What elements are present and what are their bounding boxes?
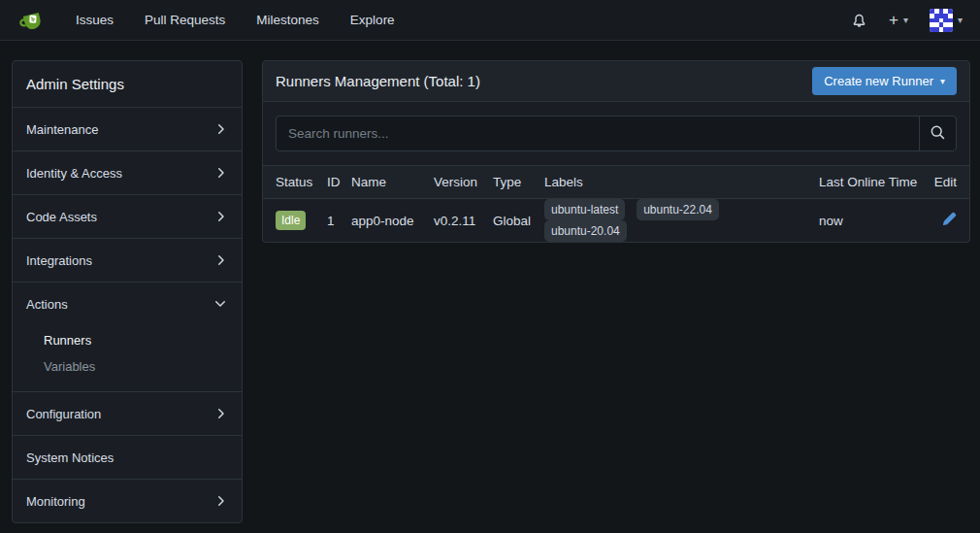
search-box (276, 116, 957, 151)
runners-management-panel: Runners Management (Total: 1) Create new… (262, 60, 970, 243)
chevron-right-icon (212, 406, 228, 421)
runner-row: Idle 1 app0-node v0.2.11 Global ubuntu-l… (263, 199, 969, 242)
label-chip: ubuntu-20.04 (544, 220, 627, 242)
caret-down-icon: ▾ (903, 16, 908, 25)
actions-sub-list: Runners Variables (13, 325, 242, 391)
pencil-icon (942, 212, 957, 229)
nav-link-explore[interactable]: Explore (335, 13, 410, 27)
nav-link-milestones[interactable]: Milestones (241, 13, 335, 27)
column-header-last-online-time: Last Online Time (811, 166, 926, 199)
chevron-down-icon (212, 296, 228, 312)
admin-settings-sidebar: Admin Settings Maintenance Identity & Ac… (12, 60, 243, 523)
status-badge: Idle (276, 211, 306, 230)
sidebar-item-code-assets[interactable]: Code Assets (13, 194, 242, 238)
page-body: Admin Settings Maintenance Identity & Ac… (0, 41, 980, 523)
nav-link-issues[interactable]: Issues (60, 13, 129, 27)
table-header-row: Status ID Name Version Type Labels Last … (263, 166, 969, 199)
search-button[interactable] (919, 117, 956, 150)
column-header-version: Version (426, 166, 485, 199)
column-header-status: Status (263, 166, 319, 199)
runner-version: v0.2.11 (426, 199, 485, 242)
label-chip: ubuntu-latest (544, 199, 625, 220)
runner-id: 1 (319, 199, 343, 242)
caret-down-icon: ▾ (958, 16, 963, 25)
panel-header: Runners Management (Total: 1) Create new… (262, 60, 970, 102)
sidebar-item-monitoring[interactable]: Monitoring (13, 479, 242, 522)
sidebar-item-label: System Notices (26, 450, 114, 465)
chevron-right-icon (212, 493, 228, 509)
runner-last-online: now (811, 199, 926, 242)
top-navbar: Issues Pull Requests Milestones Explore … (0, 0, 980, 41)
sidebar-item-label: Code Assets (26, 210, 97, 224)
runners-table: Status ID Name Version Type Labels Last … (262, 166, 970, 243)
runner-type: Global (485, 199, 537, 242)
create-new-runner-button[interactable]: Create new Runner ▾ (812, 67, 957, 95)
chevron-right-icon (212, 252, 228, 268)
sidebar-item-label: Actions (26, 297, 68, 312)
sidebar-title: Admin Settings (13, 61, 242, 107)
edit-runner-button[interactable] (942, 212, 957, 229)
sidebar-item-label: Maintenance (26, 122, 98, 137)
sidebar-item-runners[interactable]: Runners (13, 327, 242, 353)
sidebar-item-integrations[interactable]: Integrations (13, 238, 242, 282)
avatar (930, 9, 953, 32)
plus-icon: + (889, 12, 898, 28)
navbar-right: + ▾ ▾ (851, 9, 963, 32)
sidebar-item-variables[interactable]: Variables (13, 353, 242, 380)
caret-down-icon: ▾ (940, 77, 945, 86)
search-icon (930, 124, 946, 144)
page-title: Runners Management (Total: 1) (276, 73, 480, 89)
sidebar-item-maintenance[interactable]: Maintenance (13, 107, 242, 150)
user-menu[interactable]: ▾ (930, 9, 963, 32)
sidebar-item-identity-access[interactable]: Identity & Access (13, 150, 242, 194)
chevron-right-icon (212, 121, 228, 137)
create-new-runner-label: Create new Runner (824, 74, 933, 88)
nav-link-pull-requests[interactable]: Pull Requests (129, 13, 241, 27)
column-header-name: Name (343, 166, 426, 199)
notifications-bell-icon[interactable] (851, 12, 867, 28)
chevron-right-icon (212, 165, 228, 181)
column-header-labels: Labels (537, 166, 811, 199)
sidebar-item-label: Identity & Access (26, 166, 122, 181)
gitea-logo-icon[interactable] (17, 6, 47, 35)
search-runners-input[interactable] (277, 117, 919, 150)
label-chip: ubuntu-22.04 (637, 199, 719, 220)
sidebar-item-actions[interactable]: Actions (13, 282, 242, 325)
sidebar-item-configuration[interactable]: Configuration (13, 391, 242, 435)
column-header-edit: Edit (926, 166, 969, 199)
chevron-right-icon (212, 209, 228, 224)
sidebar-item-label: Configuration (26, 407, 101, 421)
sidebar-item-system-notices[interactable]: System Notices (13, 435, 242, 479)
runner-labels: ubuntu-latest ubuntu-22.04 ubuntu-20.04 (537, 199, 811, 242)
column-header-id: ID (319, 166, 343, 199)
runner-name: app0-node (343, 199, 426, 242)
sidebar-item-label: Integrations (26, 253, 92, 268)
column-header-type: Type (485, 166, 537, 199)
search-segment (262, 102, 970, 166)
create-new-menu[interactable]: + ▾ (889, 12, 908, 28)
sidebar-item-label: Monitoring (26, 494, 85, 509)
